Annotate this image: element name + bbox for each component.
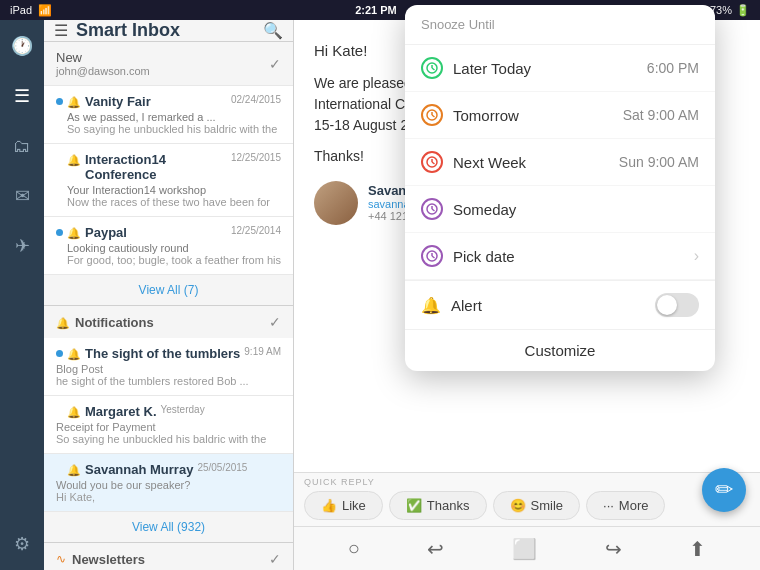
tomorrow-label: Tomorrow bbox=[453, 107, 613, 124]
alert-section: 🔔 Alert bbox=[405, 280, 715, 329]
tomorrow-time: Sat 9:00 AM bbox=[623, 107, 699, 123]
pick-date-icon bbox=[421, 245, 443, 267]
snooze-tomorrow[interactable]: Tomorrow Sat 9:00 AM bbox=[405, 92, 715, 139]
svg-line-2 bbox=[432, 68, 435, 70]
snooze-header: Snooze Until bbox=[405, 5, 715, 45]
next-week-time: Sun 9:00 AM bbox=[619, 154, 699, 170]
alert-label: Alert bbox=[451, 297, 645, 314]
snooze-overlay: Snooze Until Later Today 6:00 PM Tomorro… bbox=[0, 0, 760, 570]
svg-line-14 bbox=[432, 256, 435, 258]
snooze-next-week[interactable]: Next Week Sun 9:00 AM bbox=[405, 139, 715, 186]
someday-label: Someday bbox=[453, 201, 689, 218]
someday-icon bbox=[421, 198, 443, 220]
snooze-later-today[interactable]: Later Today 6:00 PM bbox=[405, 45, 715, 92]
alert-row: 🔔 Alert bbox=[405, 281, 715, 329]
alert-toggle[interactable] bbox=[655, 293, 699, 317]
alert-bell-icon: 🔔 bbox=[421, 296, 441, 315]
later-today-label: Later Today bbox=[453, 60, 637, 77]
svg-line-11 bbox=[432, 209, 435, 211]
snooze-pick-date[interactable]: Pick date › bbox=[405, 233, 715, 280]
pick-date-label: Pick date bbox=[453, 248, 684, 265]
tomorrow-icon bbox=[421, 104, 443, 126]
later-today-icon bbox=[421, 57, 443, 79]
next-week-label: Next Week bbox=[453, 154, 609, 171]
svg-line-8 bbox=[432, 162, 435, 164]
snooze-someday[interactable]: Someday bbox=[405, 186, 715, 233]
chevron-right-icon: › bbox=[694, 247, 699, 265]
svg-line-5 bbox=[432, 115, 435, 117]
snooze-panel: Snooze Until Later Today 6:00 PM Tomorro… bbox=[405, 5, 715, 371]
later-today-time: 6:00 PM bbox=[647, 60, 699, 76]
next-week-icon bbox=[421, 151, 443, 173]
customize-button[interactable]: Customize bbox=[405, 329, 715, 371]
